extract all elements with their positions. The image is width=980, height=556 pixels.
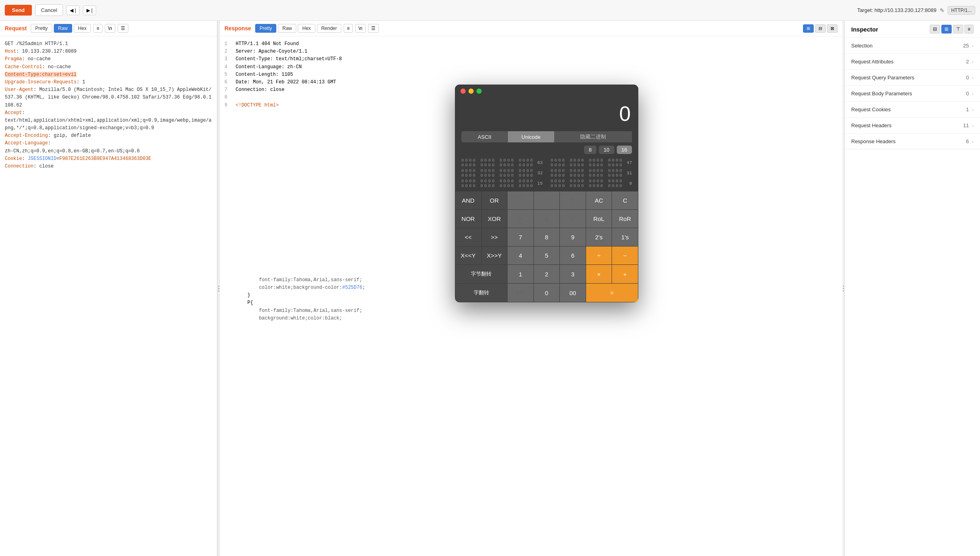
calc-2s[interactable]: 2's [586,228,612,246]
request-format-btn[interactable]: ≡ [93,24,102,33]
view-btn-grid[interactable]: ⊠ [827,24,838,33]
response-panel: Response Pretty Raw Hex Render ≡ \n ☰ ⊞ … [220,21,842,556]
request-panel-header: Request Pretty Raw Hex ≡ \n ☰ [0,21,217,36]
request-body: GET /%25admin HTTP/1.1 Host: 10.133.230.… [0,36,217,556]
cancel-button[interactable]: Cancel [35,4,63,16]
calc-rshift[interactable]: >> [482,228,508,246]
maximize-button[interactable] [476,89,482,94]
response-format-btn[interactable]: ≡ [344,24,353,33]
mode-unicode[interactable]: Unicode [508,131,555,142]
calc-b: B [534,210,560,228]
base-8-button[interactable]: 8 [584,146,596,154]
calc-f: F [560,191,586,209]
view-btn-split[interactable]: ⊞ [803,24,814,33]
tab-request-hex[interactable]: Hex [74,24,91,33]
calc-2[interactable]: 2 [534,265,560,283]
calc-4[interactable]: 4 [508,246,533,264]
inspector-view-sort[interactable]: ≡ [964,25,974,34]
target-info: Target: http://10.133.230.127:8089 ✎ HTT… [857,6,975,15]
inspector-view-btns: ⊟ ⊞ ⊤ ≡ [930,25,974,34]
request-newline-btn[interactable]: \n [105,24,115,33]
inspector-view-split[interactable]: ⊞ [941,25,952,34]
calc-or[interactable]: OR [482,191,508,209]
calc-6[interactable]: 6 [560,246,586,264]
request-panel: Request Pretty Raw Hex ≡ \n ☰ GET /%25ad… [0,21,217,556]
calc-nor[interactable]: NOR [455,210,481,228]
mode-ascii[interactable]: ASCII [461,131,508,142]
forward-button[interactable]: ▶ | [83,6,96,15]
tab-response-raw[interactable]: Raw [278,24,296,33]
bit-row-0: 0000 0000 0000 0000 0000 0000 0000 0000 … [551,179,632,188]
calc-xggty[interactable]: X>>Y [482,246,508,264]
calc-xor[interactable]: XOR [482,210,508,228]
calc-word-flip[interactable]: 字翻转 [455,284,507,302]
calc-5[interactable]: 5 [534,246,560,264]
close-button[interactable] [460,89,466,94]
response-view-btns: ⊞ ⊟ ⊠ [803,24,838,33]
calc-8[interactable]: 8 [534,228,560,246]
calc-1s[interactable]: 1's [612,228,638,246]
request-options-btn[interactable]: ☰ [118,24,128,33]
tab-response-pretty[interactable]: Pretty [255,24,276,33]
response-options-btn[interactable]: ☰ [368,24,379,33]
inspector-row-request-attributes[interactable]: Request Attributes 2 › [845,54,980,70]
calc-bits: 0000 0000 0000 0000 0000 0000 0000 0000 … [455,156,638,191]
back-button[interactable]: ◀ | [66,6,79,15]
mode-hidden-binary[interactable]: 隐藏二进制 [554,131,632,142]
calc-ac[interactable]: AC [586,191,612,209]
base-10-button[interactable]: 10 [599,146,614,154]
bit-row-31: 0000 0000 0000 0000 0000 0000 0000 0000 … [551,168,632,178]
calc-0[interactable]: 0 [534,284,560,302]
calc-lshift[interactable]: << [455,228,481,246]
toolbar: Send Cancel ◀ | ▶ | Target: http://10.13… [0,0,980,21]
inspector-row-request-cookies[interactable]: Request Cookies 1 › [845,102,980,118]
minimize-button[interactable] [468,89,474,94]
calc-00[interactable]: 00 [560,284,586,302]
calc-3[interactable]: 3 [560,265,586,283]
inspector-view-list[interactable]: ⊟ [930,25,940,34]
bit-row-47: 0000 0000 0000 0000 0000 0000 0000 0000 … [551,158,632,168]
calc-bases: 8 10 16 [455,146,638,156]
calc-and[interactable]: AND [455,191,481,209]
calc-add[interactable]: + [612,265,638,283]
inspector-row-selection[interactable]: Selection 25 › [845,38,980,54]
send-button[interactable]: Send [5,5,32,16]
inspector-row-response-headers[interactable]: Response Headers 6 › [845,134,980,150]
response-panel-title: Response [224,25,251,32]
base-16-button[interactable]: 16 [617,146,632,154]
calc-modes: ASCII Unicode 隐藏二进制 [455,131,638,146]
inspector-row-request-headers[interactable]: Request Headers 11 › [845,118,980,134]
inspector-view-filter[interactable]: ⊤ [953,25,963,34]
calc-titlebar [455,85,638,98]
calc-ror[interactable]: RoR [612,210,638,228]
view-btn-single[interactable]: ⊟ [815,24,826,33]
inspector-title: Inspector [851,26,927,33]
calc-1[interactable]: 1 [508,265,533,283]
request-tab-group: Pretty Raw Hex [31,24,91,33]
calc-display: 0 [455,98,638,131]
calc-7[interactable]: 7 [508,228,533,246]
tab-response-render[interactable]: Render [317,24,341,33]
edit-target-button[interactable]: ✎ [940,7,945,14]
calc-divide[interactable]: ÷ [586,246,612,264]
inspector-row-request-body-params[interactable]: Request Body Parameters 0 › [845,86,980,102]
tab-request-raw[interactable]: Raw [54,24,72,33]
calc-a: A [508,210,533,228]
calc-multiply[interactable]: × [586,265,612,283]
calc-xllty[interactable]: X<<Y [455,246,481,264]
calc-9[interactable]: 9 [560,228,586,246]
inspector-row-request-query-params[interactable]: Request Query Parameters 0 › [845,70,980,86]
calc-byte-flip[interactable]: 字节翻转 [455,265,507,283]
tab-request-pretty[interactable]: Pretty [31,24,52,33]
calc-c[interactable]: C [612,191,638,209]
inspector-panel: Inspector ⊟ ⊞ ⊤ ≡ Selection 25 › Request… [844,21,980,556]
bit-row-32: 0000 0000 0000 0000 0000 0000 0000 0000 … [461,168,543,178]
calc-subtract[interactable]: − [612,246,638,264]
bit-row-15: 0000 0000 0000 0000 0000 0000 0000 0000 … [461,179,543,188]
target-url: Target: http://10.133.230.127:8089 [857,7,937,13]
tab-response-hex[interactable]: Hex [298,24,315,33]
response-newline-btn[interactable]: \n [355,24,366,33]
response-panel-header: Response Pretty Raw Hex Render ≡ \n ☰ ⊞ … [220,21,842,36]
calc-rol[interactable]: RoL [586,210,612,228]
calc-equals[interactable]: = [586,284,638,302]
